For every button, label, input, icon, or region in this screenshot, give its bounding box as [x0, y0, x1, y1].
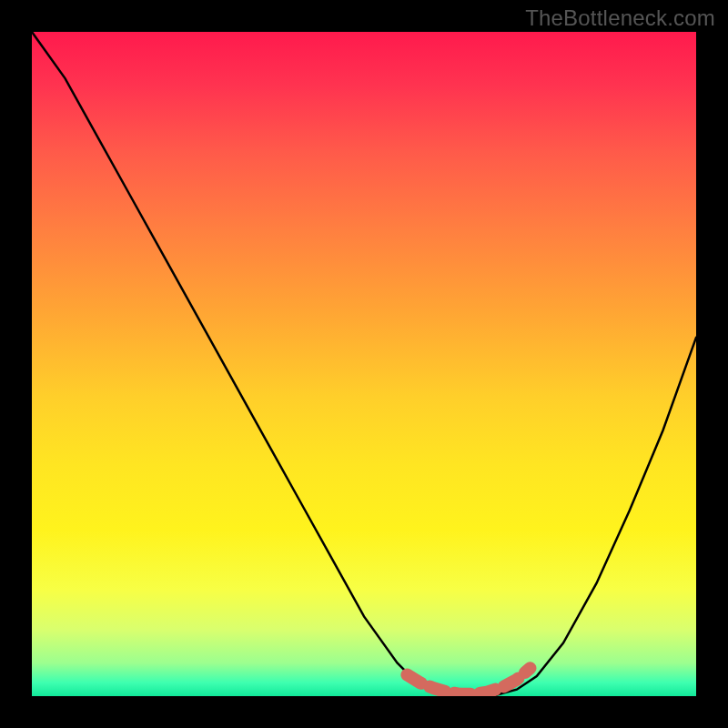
chart-plot-area: [32, 32, 696, 696]
watermark-text: TheBottleneck.com: [525, 5, 715, 31]
bottleneck-curve: [32, 32, 696, 696]
chart-frame: TheBottleneck.com: [0, 0, 728, 728]
chart-svg: [32, 32, 696, 696]
